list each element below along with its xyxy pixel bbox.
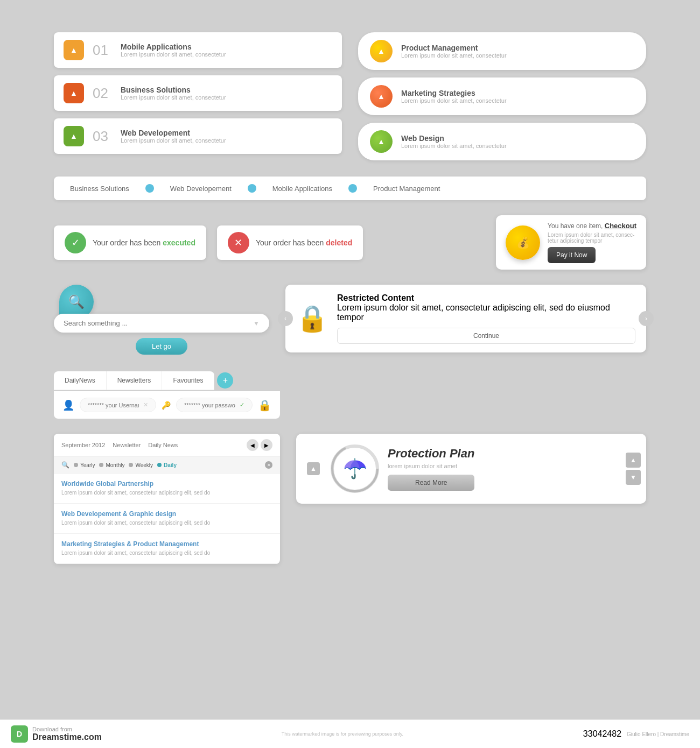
list-text-2: Business Solutions Lorem ipsum dolor sit… <box>121 86 226 101</box>
lock-small-icon: 🔒 <box>258 399 271 412</box>
arrow-up-icon-1 <box>70 45 78 55</box>
restricted-content-widget: ‹ 🔒 Restricted Content Lorem ipsum dolor… <box>285 285 646 352</box>
tab-add-button[interactable]: + <box>217 372 233 389</box>
search-box-wrap: 🔍 ▼ Let go <box>54 285 269 355</box>
list-title-2: Business Solutions <box>121 86 226 94</box>
pill-title-1: Product Management <box>401 44 507 52</box>
pill-icon-2: ▲ <box>370 85 393 108</box>
list-icon-1 <box>64 40 84 60</box>
list-title-3: Web Developement <box>121 129 226 137</box>
username-input[interactable] <box>88 402 139 408</box>
checkout-link[interactable]: Checkout <box>605 222 636 230</box>
nav-item-3[interactable]: Mobile Applications <box>272 185 332 193</box>
continue-button[interactable]: Continue <box>337 328 635 344</box>
umbrella-emoji: ☂️ <box>343 457 367 480</box>
nav-item-4[interactable]: Product Management <box>373 185 440 193</box>
lock-icon: 🔒 <box>296 304 328 334</box>
news-item-1[interactable]: Worldwide Global Partnership Lorem ipsum… <box>54 474 280 504</box>
news-item-3-title: Marketing Strategies & Product Managemen… <box>61 540 272 548</box>
news-next-button[interactable]: ▶ <box>261 439 272 451</box>
right-list-column: ▲ Product Management Lorem ipsum dolor s… <box>358 32 646 160</box>
tab-favourites[interactable]: Favourites <box>162 371 214 390</box>
protection-nav-arrows: ▲ ▼ <box>626 453 641 485</box>
read-more-button[interactable]: Read More <box>388 475 474 491</box>
news-item-3-body: Lorem ipsum dolor sit amet, consectetur … <box>61 549 272 557</box>
filter-yearly[interactable]: Yearly <box>74 462 95 468</box>
news-header: September 2012 Newsletter Daily News ◀ ▶ <box>54 434 280 457</box>
username-clear-icon[interactable]: ✕ <box>143 401 148 408</box>
search-restricted-section: 🔍 ▼ Let go ‹ 🔒 Restricted Content Lorem … <box>54 285 646 355</box>
filter-clear-button[interactable]: ✕ <box>265 461 272 469</box>
nav-bar: Business Solutions Web Developement Mobi… <box>54 177 646 200</box>
top-list-section: 01 Mobile Applications Lorem ipsum dolor… <box>54 32 646 160</box>
nav-label-1: Business Solutions <box>70 185 129 193</box>
nav-item-2[interactable]: Web Developement <box>170 185 232 193</box>
tabs-login-section: DailyNews Newsletters Favourites + 👤 ✕ 🔑… <box>54 370 646 419</box>
list-title-1: Mobile Applications <box>121 43 226 51</box>
list-icon-3 <box>64 126 84 146</box>
pill-icon-3: ▲ <box>370 130 393 153</box>
tab-newsletters[interactable]: Newsletters <box>107 371 163 390</box>
restricted-title: Restricted Content <box>337 293 635 303</box>
protection-title: Protection Plan <box>388 447 474 461</box>
tab-daily-news[interactable]: DailyNews <box>54 371 107 390</box>
x-icon: ✕ <box>228 232 249 253</box>
watermark-notice: This watermarked image is for previewing… <box>107 731 578 737</box>
news-header-newsletter[interactable]: Newsletter <box>113 442 141 448</box>
check-icon: ✓ <box>65 232 86 253</box>
restricted-prev-button[interactable]: ‹ <box>278 311 293 326</box>
pill-item-2[interactable]: ▲ Marketing Strategies Lorem ipsum dolor… <box>358 77 646 115</box>
arrow-up-icon-2 <box>70 88 78 98</box>
protection-up-button[interactable]: ▲ <box>307 462 320 475</box>
news-item-2[interactable]: Web Developement & Graphic design Lorem … <box>54 504 280 534</box>
dollar-icon: 💰 <box>516 236 530 249</box>
news-protection-section: September 2012 Newsletter Daily News ◀ ▶… <box>54 434 646 564</box>
news-header-date[interactable]: September 2012 <box>61 442 105 448</box>
pill-item-3[interactable]: ▲ Web Design Lorem ipsum dolor sit amet,… <box>358 123 646 160</box>
protection-scroll-down[interactable]: ▼ <box>626 470 641 485</box>
pay-now-button[interactable]: Pay it Now <box>548 247 596 263</box>
nav-item-1[interactable]: Business Solutions <box>70 185 129 193</box>
pill-item-1[interactable]: ▲ Product Management Lorem ipsum dolor s… <box>358 32 646 70</box>
restricted-next-button[interactable]: › <box>639 311 654 326</box>
login-fields: 👤 ✕ 🔑 ✓ 🔒 <box>54 391 280 419</box>
password-input[interactable] <box>184 402 235 408</box>
payment-subtitle2: tetur adipiscing tempor <box>548 238 636 244</box>
umbrella-icon: ☂️ <box>331 444 379 493</box>
password-field-wrap: ✓ <box>176 398 253 412</box>
protection-scroll-up[interactable]: ▲ <box>626 453 641 468</box>
tabs-bar: DailyNews Newsletters Favourites <box>54 371 214 390</box>
news-header-daily[interactable]: Daily News <box>148 442 178 448</box>
list-item-3[interactable]: 03 Web Developement Lorem ipsum dolor si… <box>54 118 342 154</box>
notification-deleted: ✕ Your order has been deleted <box>217 225 363 260</box>
news-item-2-title: Web Developement & Graphic design <box>61 510 272 518</box>
payment-title: You have one item, Checkout <box>548 222 636 230</box>
bottom-bar: D Download from Dreamstime.com This wate… <box>0 719 700 748</box>
pill-text-2: Marketing Strategies Lorem ipsum dolor s… <box>401 89 507 104</box>
dreamstime-icon: D <box>11 725 28 743</box>
news-prev-button[interactable]: ◀ <box>247 439 258 451</box>
left-list-column: 01 Mobile Applications Lorem ipsum dolor… <box>54 32 342 160</box>
nav-dot-1 <box>145 184 154 193</box>
list-item-1[interactable]: 01 Mobile Applications Lorem ipsum dolor… <box>54 32 342 68</box>
dreamstime-text: Download from Dreamstime.com <box>32 726 102 742</box>
image-id: 33042482 <box>583 729 621 739</box>
download-label: Download from <box>32 726 102 732</box>
filter-weekly[interactable]: Weekly <box>129 462 153 468</box>
filter-daily[interactable]: Daily <box>157 462 177 468</box>
protection-subtitle: lorem ipsum dolor sit amet <box>388 463 474 469</box>
news-item-3[interactable]: Marketing Strategies & Product Managemen… <box>54 534 280 564</box>
news-widget: September 2012 Newsletter Daily News ◀ ▶… <box>54 434 280 564</box>
pill-arrow-1: ▲ <box>377 47 385 55</box>
filter-monthly[interactable]: Monthly <box>99 462 124 468</box>
list-item-2[interactable]: 02 Business Solutions Lorem ipsum dolor … <box>54 75 342 111</box>
pill-title-3: Web Design <box>401 134 507 143</box>
let-go-button[interactable]: Let go <box>136 338 187 355</box>
pill-subtitle-1: Lorem ipsum dolor sit amet, consectetur <box>401 52 507 59</box>
pill-text-3: Web Design Lorem ipsum dolor sit amet, c… <box>401 134 507 149</box>
pill-subtitle-2: Lorem ipsum dolor sit amet, consectetur <box>401 97 507 104</box>
search-input[interactable] <box>64 319 248 327</box>
username-field-wrap: ✕ <box>80 398 156 412</box>
payment-subtitle: Lorem ipsum dolor sit amet, consec- <box>548 232 636 238</box>
dropdown-arrow-icon: ▼ <box>253 320 260 327</box>
